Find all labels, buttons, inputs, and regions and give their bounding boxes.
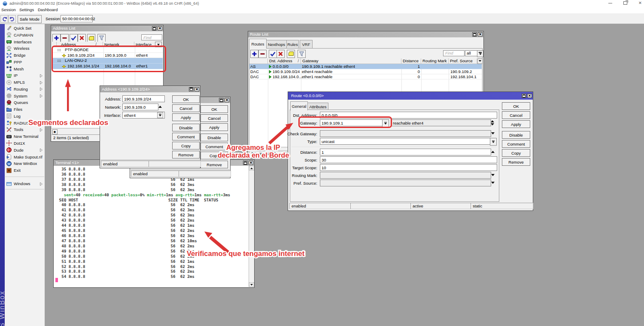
comment-button[interactable]: Comment — [172, 133, 200, 140]
filter-select[interactable]: all — [465, 50, 478, 56]
column-dst-address[interactable]: Dst. Address/ — [268, 58, 301, 64]
sidebar-item-tools[interactable]: Tools — [5, 126, 45, 133]
redo-button[interactable] — [8, 15, 16, 23]
filter-dropdown-button[interactable] — [477, 50, 483, 57]
column-pref-source[interactable]: Pref. Source — [449, 58, 477, 64]
cancel-button[interactable]: Cancel — [172, 104, 200, 112]
close-icon[interactable]: ✕ — [158, 26, 162, 30]
menu-session[interactable]: Session — [1, 7, 16, 12]
address-dialog-titlebar[interactable]: Address <190.9.109.2/24> — [100, 86, 200, 92]
network-input[interactable]: 190.9.109.0 — [122, 104, 158, 110]
gateway-add-remove-buttons[interactable] — [491, 120, 494, 125]
maximize-icon[interactable] — [219, 98, 224, 102]
sort-diamond-button[interactable]: ◆ — [52, 129, 58, 134]
cancel-button[interactable]: Cancel — [502, 111, 530, 119]
sidebar-item-new-winbox[interactable]: New WinBox — [5, 160, 45, 167]
sidebar-item-dude[interactable]: Dude — [5, 146, 45, 153]
interface-dropdown-button[interactable] — [157, 112, 163, 118]
routing-mark-arrow-icon[interactable] — [491, 174, 495, 176]
enable-button[interactable] — [269, 50, 277, 58]
route-list-titlebar[interactable]: Route List — [248, 31, 483, 37]
copy-button[interactable]: Copy — [502, 149, 530, 157]
remove-button[interactable] — [258, 50, 267, 58]
filter-button[interactable] — [97, 34, 106, 42]
copy-button[interactable]: Copy — [172, 142, 200, 149]
close-icon[interactable]: ✕ — [478, 32, 483, 37]
sidebar-item-ppp[interactable]: PPP — [5, 58, 45, 65]
filter-button[interactable] — [298, 50, 306, 58]
sidebar-item-windows[interactable]: Windows — [5, 180, 45, 187]
maximize-icon[interactable] — [243, 161, 248, 165]
comment-button[interactable]: Comment — [502, 140, 530, 148]
scroll-up-button[interactable] — [249, 166, 254, 171]
comment-button[interactable] — [87, 34, 95, 42]
close-icon[interactable]: ✕ — [194, 87, 199, 91]
distance-input[interactable]: 1 — [320, 149, 491, 155]
ok-button[interactable]: OK — [172, 95, 200, 103]
apply-button[interactable]: Apply — [200, 123, 228, 131]
distance-collapse-icon[interactable] — [491, 151, 495, 153]
enable-button[interactable] — [70, 34, 78, 42]
collapse-arrow-icon[interactable] — [158, 106, 162, 108]
sidebar-item-exit[interactable]: Exit — [5, 167, 45, 174]
column-gateway[interactable]: Gateway — [301, 58, 401, 64]
add-button[interactable] — [250, 50, 258, 58]
check-gateway-select[interactable] — [320, 130, 491, 137]
type-dropdown-button[interactable] — [490, 138, 497, 146]
maximize-icon[interactable] — [189, 87, 194, 91]
menu-settings[interactable]: Settings — [19, 7, 34, 12]
comment-button[interactable] — [287, 50, 295, 58]
sidebar-item-quick-set[interactable]: Quick Set — [5, 25, 45, 32]
column-routing-mark[interactable]: Routing Mark — [422, 58, 449, 64]
close-icon[interactable]: ✕ — [225, 98, 229, 102]
tab-routes[interactable]: Routes — [249, 39, 267, 49]
sidebar-item-mesh[interactable]: Mesh — [5, 65, 45, 72]
cancel-button[interactable]: Cancel — [200, 114, 228, 122]
sidebar-item-ip[interactable]: IP — [5, 72, 45, 79]
disable-button[interactable]: Disable — [200, 134, 228, 141]
sidebar-item-wireless[interactable]: Wireless — [5, 45, 45, 52]
apply-button[interactable]: Apply — [172, 113, 200, 121]
tab-rules[interactable]: Rules — [286, 40, 299, 49]
ok-button[interactable]: OK — [502, 102, 530, 110]
sidebar-item-new-terminal[interactable]: New Terminal — [5, 133, 45, 140]
maximize-icon[interactable] — [152, 26, 157, 30]
sidebar-item-bridge[interactable]: Bridge — [5, 52, 45, 59]
sidebar-item-system[interactable]: System — [5, 92, 45, 99]
terminal-output[interactable]: 35 8.8.8.8 56 62 1ms 36 8.8.8.8 56 62 2m… — [54, 166, 249, 287]
disable-button[interactable]: Disable — [502, 131, 530, 139]
close-icon[interactable]: ✕ — [527, 94, 532, 98]
tab-general[interactable]: General — [290, 101, 308, 110]
route-dialog-titlebar[interactable]: Route <0.0.0.0/0> — [288, 92, 533, 100]
menu-dashboard[interactable]: Dashboard — [38, 7, 58, 12]
column-menu-button[interactable] — [477, 58, 483, 64]
tab-nexthops[interactable]: Nexthops — [266, 40, 287, 49]
apply-button[interactable]: Apply — [502, 120, 530, 128]
find-input[interactable]: Find — [141, 34, 162, 40]
route-row[interactable]: DAC 192.168.104.0... ether1 reachable 0 … — [249, 74, 482, 79]
minimize-icon[interactable] — [608, 3, 612, 3]
sidebar-item-interfaces[interactable]: Interfaces — [5, 38, 45, 45]
disable-button[interactable] — [276, 50, 285, 58]
disable-button[interactable] — [78, 34, 86, 42]
close-icon[interactable]: ✕ — [249, 161, 253, 165]
type-select[interactable]: unicast — [320, 138, 491, 145]
remove-button[interactable]: Remove — [200, 161, 228, 168]
sidebar-item-queues[interactable]: Queues — [5, 99, 45, 106]
ok-button[interactable]: OK — [200, 105, 228, 113]
address-list-titlebar[interactable]: Address List — [51, 25, 163, 31]
address-input[interactable]: 190.9.109.2/24 — [122, 95, 165, 102]
close-icon[interactable]: ✕ — [638, 1, 642, 5]
sidebar-item-routing[interactable]: Routing — [5, 85, 45, 92]
remove-button[interactable]: Remove — [502, 158, 530, 166]
add-button[interactable] — [52, 34, 61, 42]
pref-source-arrow-icon[interactable] — [491, 182, 495, 184]
sidebar-item-files[interactable]: Files — [5, 106, 45, 113]
check-gateway-arrow-icon[interactable] — [491, 132, 495, 134]
sidebar-item-mpls[interactable]: MPLS — [5, 79, 45, 86]
routing-mark-select[interactable] — [320, 172, 491, 179]
disable-button[interactable]: Disable — [172, 124, 200, 131]
session-input[interactable]: 50:00:00:04:00:02 — [61, 15, 93, 22]
sidebar-item-dot1x[interactable]: Dot1X — [5, 140, 45, 147]
maximize-icon[interactable] — [522, 94, 526, 98]
